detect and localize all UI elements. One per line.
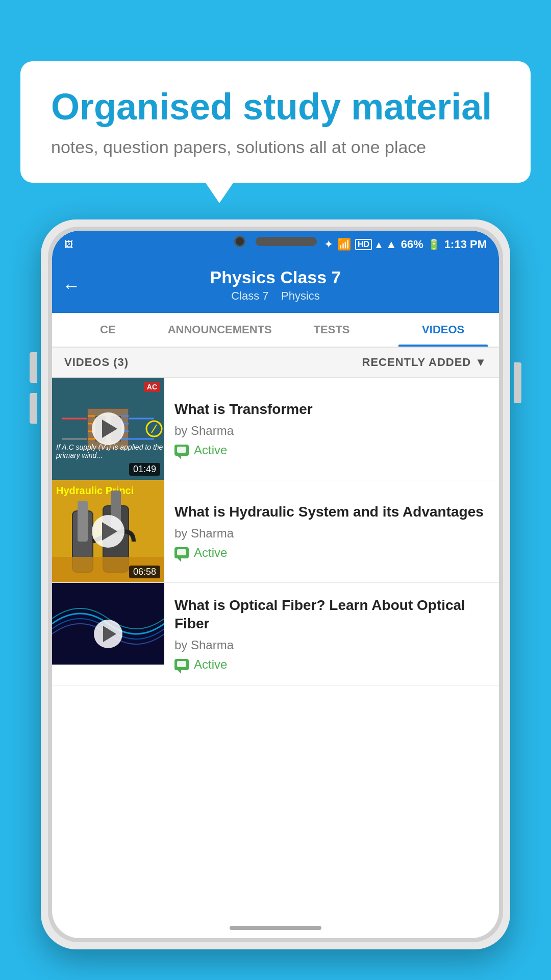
svg-rect-25: [177, 661, 186, 667]
phone-inner: 🖼 ✦ 📶 HD ▴ ▲ 66% 🔋 1:13 PM: [48, 227, 503, 942]
video-info-2: What is Hydraulic System and its Advanta…: [164, 480, 499, 582]
video-title-2: What is Hydraulic System and its Advanta…: [174, 503, 489, 521]
tab-announcements[interactable]: ANNOUNCEMENTS: [164, 313, 276, 347]
video-item: AC: [52, 378, 499, 480]
speaker: [256, 237, 317, 246]
svg-rect-17: [177, 447, 186, 453]
phone-outer: 🖼 ✦ 📶 HD ▴ ▲ 66% 🔋 1:13 PM: [41, 219, 510, 949]
volume-down-button: [30, 393, 37, 424]
tabs-container: CE ANNOUNCEMENTS TESTS VIDEOS: [52, 313, 499, 348]
tab-tests[interactable]: TESTS: [276, 313, 388, 347]
video-thumbnail-3[interactable]: Optical Fiber Communicati... t is Optica…: [52, 583, 164, 685]
speech-bubble-section: Organised study material notes, question…: [20, 61, 531, 183]
play-triangle-1: [102, 420, 117, 438]
phone-top-details: [234, 231, 317, 247]
sort-filter[interactable]: RECENTLY ADDED ▼: [362, 356, 487, 369]
video-status-2: Active: [174, 546, 489, 560]
chat-icon-1: [174, 445, 189, 456]
bubble-subtitle: notes, question papers, solutions all at…: [51, 137, 500, 157]
video-status-1: Active: [174, 443, 489, 457]
screen-content: 🖼 ✦ 📶 HD ▴ ▲ 66% 🔋 1:13 PM: [52, 231, 499, 938]
wifi-icon: ▴: [376, 238, 382, 251]
image-icon: 🖼: [64, 239, 73, 250]
battery-icon: 🔋: [428, 238, 440, 251]
speech-bubble: Organised study material notes, question…: [20, 61, 531, 183]
hd-badge: HD: [355, 239, 372, 250]
play-button-3[interactable]: [94, 620, 122, 648]
svg-rect-23: [177, 549, 186, 555]
phone-mockup: 🖼 ✦ 📶 HD ▴ ▲ 66% 🔋 1:13 PM: [41, 219, 510, 980]
video-title-3: What is Optical Fiber? Learn About Optic…: [174, 596, 489, 633]
status-right: ✦ 📶 HD ▴ ▲ 66% 🔋 1:13 PM: [324, 238, 487, 251]
tab-videos[interactable]: VIDEOS: [387, 313, 499, 347]
bubble-title: Organised study material: [51, 87, 500, 127]
video-status-3: Active: [174, 657, 489, 672]
svg-line-16: [152, 425, 157, 433]
network-icon: ▲: [386, 238, 397, 251]
camera: [234, 236, 245, 247]
duration-1: 01:49: [129, 463, 160, 476]
video-item-3: Optical Fiber Communicati... t is Optica…: [52, 583, 499, 685]
play-triangle-3: [103, 626, 116, 642]
bluetooth-icon: ✦: [324, 238, 333, 251]
video-title-1: What is Transformer: [174, 400, 489, 419]
volume-up-button: [30, 352, 37, 383]
class-label: Class 7: [231, 289, 268, 302]
video-info-1: What is Transformer by Sharma Active: [164, 378, 499, 480]
video-author-1: by Sharma: [174, 424, 489, 438]
battery-percent: 66%: [401, 238, 423, 251]
video-info-3: What is Optical Fiber? Learn About Optic…: [164, 583, 499, 685]
chat-svg-3: [177, 661, 186, 668]
video-thumbnail-2[interactable]: Hydraulic Princi: [52, 480, 164, 582]
home-bar: [230, 926, 321, 930]
duration-2: 06:58: [129, 566, 160, 578]
subject-label: Physics: [281, 289, 320, 302]
phone-screen: 🖼 ✦ 📶 HD ▴ ▲ 66% 🔋 1:13 PM: [52, 231, 499, 938]
videos-count: VIDEOS (3): [64, 356, 129, 369]
play-triangle-2: [102, 522, 117, 541]
signal-icon: 📶: [337, 238, 351, 251]
chat-svg-2: [177, 549, 186, 556]
tab-ce[interactable]: CE: [52, 313, 164, 347]
sort-label: RECENTLY ADDED: [362, 356, 471, 369]
header-title: Physics Class 7: [62, 267, 489, 287]
list-header: VIDEOS (3) RECENTLY ADDED ▼: [52, 348, 499, 378]
video-thumbnail-1[interactable]: AC: [52, 378, 164, 480]
chat-icon-2: [174, 547, 189, 558]
time: 1:13 PM: [444, 238, 487, 251]
play-button-1[interactable]: [92, 412, 124, 445]
chat-icon-3: [174, 659, 189, 670]
ac-badge: AC: [144, 382, 160, 392]
back-button[interactable]: ←: [62, 275, 81, 297]
chevron-down-icon: ▼: [475, 356, 487, 369]
power-button: [514, 362, 521, 403]
svg-rect-19: [78, 501, 88, 542]
app-header: ← Physics Class 7 Class 7 Physics: [52, 258, 499, 313]
video-author-3: by Sharma: [174, 638, 489, 652]
play-button-2[interactable]: [92, 515, 124, 548]
video-item-2: Hydraulic Princi: [52, 480, 499, 583]
status-left: 🖼: [64, 239, 73, 250]
header-subtitle: Class 7 Physics: [62, 289, 489, 303]
chat-svg-1: [177, 447, 186, 454]
video-author-2: by Sharma: [174, 526, 489, 541]
